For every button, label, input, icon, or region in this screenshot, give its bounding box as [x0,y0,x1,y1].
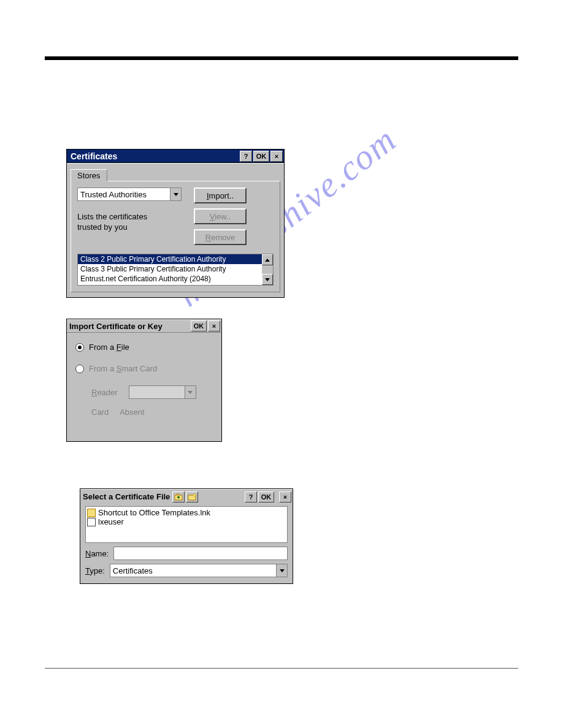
close-icon: × [275,153,278,160]
card-value: Absent [120,408,144,417]
folder-shortcut-icon [87,509,96,517]
certificates-titlebar: Certificates ? OK × [67,150,284,163]
reader-label: Reader [91,388,118,397]
header-rule [45,56,518,60]
import-cert-title: Import Certificate or Key [69,322,163,331]
close-icon: × [212,322,216,330]
chevron-down-icon [280,569,285,572]
scroll-down-button[interactable] [262,274,273,285]
help-button[interactable]: ? [245,491,257,502]
import-label-rest: mport.. [209,191,234,200]
select-file-title: Select a Certificate File [83,492,170,501]
new-folder-icon[interactable] [186,491,198,502]
close-button[interactable]: × [279,491,291,502]
certificates-title: Certificates [71,151,117,161]
listbox-scrollbar[interactable] [262,254,273,285]
help-button[interactable]: ? [240,151,252,162]
certificates-dialog: Certificates ? OK × Stores Trusted Autho… [66,149,285,298]
list-item[interactable]: Class 3 Public Primary Certification Aut… [78,264,262,274]
name-label: Name: [85,549,109,558]
ok-button[interactable]: OK [253,151,269,162]
scroll-up-button[interactable] [262,254,273,265]
type-dropdown[interactable]: Certificates [110,564,288,577]
help-label: ? [249,493,253,501]
reader-dropdown [129,385,196,399]
footer-rule [45,668,518,669]
type-value: Certificates [113,566,153,575]
chevron-up-icon [265,259,270,262]
list-item[interactable]: Shortcut to Office Templates.lnk [87,508,286,517]
ok-label: OK [261,493,272,501]
dropdown-value: Trusted Authorities [80,190,147,199]
radio-from-file[interactable]: From a File [75,343,213,352]
close-button[interactable]: × [208,320,220,332]
chevron-down-icon [265,278,270,281]
select-file-titlebar: Select a Certificate File ? OK × [80,489,293,504]
certificate-listbox[interactable]: Class 2 Public Primary Certification Aut… [77,254,274,286]
close-icon: × [283,493,287,501]
up-folder-icon[interactable] [172,491,185,502]
list-item[interactable]: Class 2 Public Primary Certification Aut… [78,254,262,264]
chevron-down-icon [188,391,193,394]
tab-stores[interactable]: Stores [71,169,107,181]
radio-icon [75,365,84,373]
view-button[interactable]: View.. [194,208,247,224]
description-text: Lists the certificates trusted by you [77,212,182,233]
list-item[interactable]: lxeuser [87,517,286,526]
help-label: ? [244,153,248,160]
import-cert-titlebar: Import Certificate or Key OK × [67,319,221,333]
file-name: Shortcut to Office Templates.lnk [98,508,210,517]
file-list[interactable]: Shortcut to Office Templates.lnk lxeuser [85,506,288,543]
ok-button[interactable]: OK [191,320,207,332]
radio-from-smartcard-label: From a Smart Card [89,364,157,373]
select-cert-file-dialog: Select a Certificate File ? OK × Shortcu… [80,488,293,584]
ok-button[interactable]: OK [258,491,274,502]
chevron-down-icon [174,193,178,196]
close-button[interactable]: × [270,151,283,162]
authority-dropdown[interactable]: Trusted Authorities [77,188,182,201]
dropdown-arrow[interactable] [170,188,181,200]
name-input[interactable] [113,547,288,560]
type-label: Type: [85,566,105,575]
ok-label: OK [256,153,267,160]
card-label: Card [91,408,109,417]
radio-icon [75,343,84,352]
import-cert-dialog: Import Certificate or Key OK × From a Fi… [66,319,222,442]
dropdown-arrow[interactable] [276,564,287,577]
certificate-file-icon [87,518,96,526]
ok-label: OK [194,322,204,330]
radio-from-smartcard[interactable]: From a Smart Card [75,364,213,373]
svg-point-2 [193,494,196,496]
dropdown-arrow [185,386,196,398]
remove-button[interactable]: Remove [194,229,247,245]
list-item[interactable]: Entrust.net Certification Authority (204… [78,274,262,284]
file-name: lxeuser [98,517,124,526]
import-button[interactable]: Import.. [194,188,247,203]
radio-from-file-label: From a File [89,343,129,352]
tab-label: Stores [77,171,101,180]
